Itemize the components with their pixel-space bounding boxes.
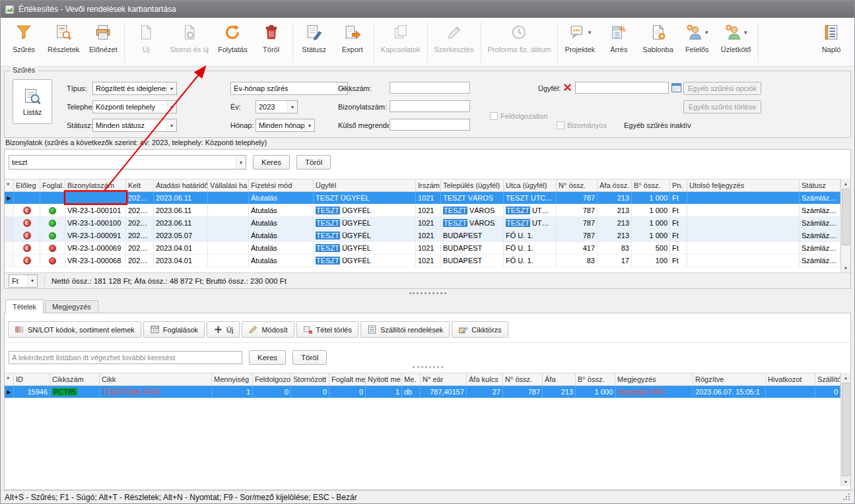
scroll-down-icon[interactable]: ▼ <box>841 263 850 272</box>
row-selector-cell[interactable] <box>5 217 14 229</box>
document-search-combo[interactable]: teszt▾ <box>9 155 246 170</box>
advance-cell[interactable] <box>14 192 40 204</box>
column-header[interactable]: Feldolgozo <box>253 373 291 385</box>
cell-fizetes[interactable]: Átutalás <box>249 242 314 254</box>
cell-statusz[interactable]: Számlázható <box>800 230 840 241</box>
cell-kelt[interactable]: 2023.04.01 <box>126 255 154 267</box>
cell-hivatkozott[interactable] <box>766 386 815 398</box>
cikkszam-input[interactable] <box>390 82 470 94</box>
cell-utca[interactable]: TESZT UTCA 1. <box>504 192 557 204</box>
cell-nyitott[interactable]: 1 <box>366 386 402 398</box>
listaz-button[interactable]: Listáz <box>13 79 52 124</box>
cell-utca[interactable]: TESZT UTCA 1. <box>504 217 557 229</box>
cell-cikk[interactable]: TESZTCIKK FIFO <box>100 386 212 398</box>
advance-cell[interactable]: € <box>14 205 40 216</box>
table-row[interactable]: €VR-23-1-0000912023.05.072023.05.07Átuta… <box>5 230 840 242</box>
cell-ugyfel[interactable]: TESZT ÜGYFÉL <box>314 192 416 204</box>
table-row[interactable]: €VR-23-1-0000682023.04.012023.04.01Átuta… <box>5 255 840 267</box>
column-header[interactable]: Utolsó feljegyzés <box>687 179 800 191</box>
advance-cell[interactable]: € <box>14 230 40 241</box>
items-toolbar-button-tetel-torles[interactable]: Tétel törlés <box>296 321 359 338</box>
dropdown-caret-icon[interactable]: ▾ <box>588 29 592 36</box>
items-toolbar-button-modosit[interactable]: Módosít <box>242 321 294 338</box>
column-header[interactable]: Vállalási ha <box>208 179 249 191</box>
cell-netto[interactable]: 417 <box>557 242 598 254</box>
column-header[interactable]: * <box>5 373 14 385</box>
cell-feljegyzes[interactable] <box>687 217 800 229</box>
cell-brutto[interactable]: 1 000 <box>632 230 670 241</box>
table-row[interactable]: ▶15946PCT85TESZTCIKK FIFO10001db787,4015… <box>5 386 840 398</box>
cell-telepules[interactable]: BUDAPEST <box>441 230 504 241</box>
column-header[interactable]: Település (ügyfél) <box>441 179 504 191</box>
table-row[interactable]: €VR-23-1-0001002023.06.112023.06.11Átuta… <box>5 217 840 230</box>
cell-feljegyzes[interactable] <box>687 242 800 254</box>
column-header[interactable]: N° eár <box>421 373 467 385</box>
tab-tetelek[interactable]: Tételek <box>5 299 44 313</box>
cell-penznem[interactable]: Ft <box>670 255 687 267</box>
cell-kelt[interactable]: 2023.05.07 <box>126 230 154 241</box>
cell-fizetes[interactable]: Átutalás <box>249 255 314 267</box>
cell-kelt[interactable]: 2023.06.11 <box>126 217 154 229</box>
cell-feljegyzes[interactable] <box>687 192 800 204</box>
cell-penznem[interactable]: Ft <box>670 242 687 254</box>
cell-foglalt[interactable]: 0 <box>329 386 366 398</box>
cell-ugyfel[interactable]: TESZT ÜGYFÉL <box>314 255 416 267</box>
toolbar-button-projektek[interactable]: ▾Projektek <box>560 19 599 55</box>
column-header[interactable]: Mennyiség <box>212 373 253 385</box>
column-header[interactable]: Utca (ügyfél) <box>504 179 557 191</box>
cell-penznem[interactable]: Ft <box>670 217 687 229</box>
column-header[interactable]: Megjegyzés <box>615 373 693 385</box>
torol-button[interactable]: Töröl <box>296 155 331 170</box>
cell-irszam[interactable]: 1021 <box>416 192 441 204</box>
cell-afa[interactable]: 213 <box>598 205 632 216</box>
cell-afa[interactable]: 17 <box>598 255 632 267</box>
cell-ugyfel[interactable]: TESZT ÜGYFÉL <box>314 242 416 254</box>
items-keres-button[interactable]: Keres <box>249 350 286 365</box>
bizonylatszam-input[interactable] <box>390 100 470 112</box>
tipus-combo[interactable]: Rögzített és ideiglenes▾ <box>92 82 177 95</box>
column-header[interactable]: Me. <box>402 373 421 385</box>
cell-utca[interactable]: TESZT UTCA 1. <box>504 205 557 216</box>
scroll-up-icon[interactable]: ▲ <box>841 179 850 188</box>
items-toolbar-button-uj-tetel[interactable]: Új <box>207 321 240 338</box>
currency-combo[interactable]: Ft▾ <box>9 274 38 288</box>
cell-netto[interactable]: 787 <box>557 205 598 216</box>
cell-atadasi[interactable]: 2023.06.11 <box>154 217 208 229</box>
table-row[interactable]: €VR-23-1-0000692023.04.012023.04.01Átuta… <box>5 242 840 255</box>
ugyfel-input[interactable] <box>575 82 669 94</box>
cell-penznem[interactable]: Ft <box>670 230 687 241</box>
cell-afa[interactable]: 213 <box>598 192 632 204</box>
cell-fizetes[interactable]: Átutalás <box>249 217 314 229</box>
cell-ugyfel[interactable]: TESZT ÜGYFÉL <box>314 205 416 216</box>
toolbar-button-folytatas[interactable]: Folytatás <box>213 19 252 55</box>
column-header[interactable]: N° össz. <box>503 373 543 385</box>
cell-fizetes[interactable]: Átutalás <box>249 205 314 216</box>
cell-telepules[interactable]: TESZT VÁROS <box>441 217 504 229</box>
scroll-up-icon[interactable]: ▲ <box>841 373 850 382</box>
column-header[interactable]: Átadási határidő <box>154 179 208 191</box>
advance-cell[interactable]: € <box>14 242 40 254</box>
cell-statusz[interactable]: Számlázható <box>800 192 840 204</box>
cell-atadasi[interactable]: 2023.06.11 <box>154 205 208 216</box>
cell-atadasi[interactable]: 2023.04.01 <box>154 255 208 267</box>
cell-bizonylatszam[interactable]: VR-23-1-000069 <box>65 242 126 254</box>
cell-brutto[interactable]: 1 000 <box>576 386 615 398</box>
column-header[interactable]: Ügyfél <box>314 179 416 191</box>
reservation-cell[interactable] <box>40 192 65 204</box>
cell-brutto[interactable]: 100 <box>632 255 670 267</box>
egyeb-szuresi-opciok-button[interactable]: Egyéb szűrési opciók <box>683 82 761 95</box>
scroll-down-icon[interactable]: ▼ <box>841 477 850 486</box>
cell-utca[interactable]: FŐ U. 1. <box>504 255 557 267</box>
cell-feljegyzes[interactable] <box>687 205 800 216</box>
cell-afakulcs[interactable]: 27 <box>467 386 503 398</box>
cell-statusz[interactable]: Számlázható <box>800 255 840 267</box>
toolbar-button-reszletek[interactable]: Részletek <box>43 19 84 55</box>
documents-grid-scrollbar[interactable]: ▲ ▼ <box>840 179 850 272</box>
telephely-combo[interactable]: Központi telephely▾ <box>92 100 177 113</box>
row-selector-cell[interactable] <box>5 230 14 241</box>
cell-bizonylatszam[interactable]: VR-23-1-000100 <box>65 217 126 229</box>
cell-netto[interactable]: 787 <box>557 230 598 241</box>
calendar-icon[interactable] <box>671 82 682 93</box>
cell-fizetes[interactable]: Átutalás <box>249 230 314 241</box>
cell-afa[interactable]: 83 <box>598 242 632 254</box>
